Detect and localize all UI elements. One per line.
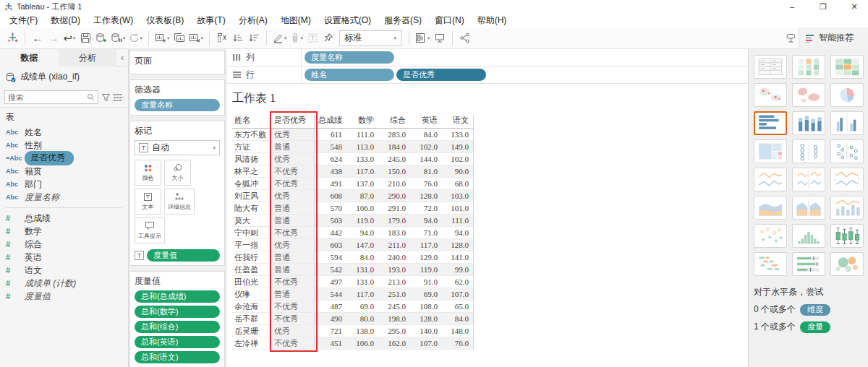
sort-ascending-icon[interactable] [230,30,246,47]
cell-english[interactable]: 128.0 [410,313,442,325]
cell-english[interactable]: 128.0 [410,190,442,202]
showme-text-table[interactable] [754,55,787,79]
showme-circle-views[interactable] [792,139,825,163]
cell-chinese[interactable]: 68.0 [442,178,474,190]
columns-shelf[interactable]: 列 度量名称 [226,49,748,66]
measure-field[interactable]: # 综合 [0,238,128,251]
cell-total-score[interactable]: 497 [315,276,346,288]
clear-sheet-icon[interactable]: ▾ [187,30,205,47]
swap-rows-columns-icon[interactable] [214,30,230,47]
cell-name[interactable]: 岳不群 [232,313,270,325]
cell-math[interactable]: 131.0 [346,276,378,288]
column-header[interactable]: 姓名 [232,115,270,129]
cell-comprehensive[interactable]: 290.0 [378,190,410,202]
cell-chinese[interactable]: 149.0 [442,141,474,153]
cell-chinese[interactable]: 101.0 [442,202,474,215]
measure-value-pill[interactable]: 总和(综合) [135,321,220,333]
mark-type-dropdown[interactable]: T 自动 ▾ [135,140,220,155]
cell-excellent-flag[interactable]: 不优秀 [270,165,315,178]
view-options-icon[interactable] [114,93,124,102]
save-icon[interactable] [77,30,93,47]
menu-item[interactable]: 分析(A) [232,13,274,27]
columns-shelf-pill[interactable]: 度量名称 [305,51,394,64]
cell-chinese[interactable]: 76.0 [442,337,474,350]
cell-total-score[interactable]: 624 [315,153,346,165]
filters-card[interactable]: 筛选器 度量名称 [129,79,225,116]
detail-button[interactable]: 详细信息 [164,189,195,215]
cell-excellent-flag[interactable]: 优秀 [270,239,315,251]
cell-chinese[interactable]: 133.0 [442,129,474,141]
menu-item[interactable]: 帮助(H) [471,13,514,27]
datasource-item[interactable]: 成绩单 (xiao_if) [0,66,128,87]
showme-heatmap[interactable] [792,55,825,79]
cell-math[interactable]: 133.0 [346,153,378,165]
cell-excellent-flag[interactable]: 普通 [270,141,315,153]
cell-english[interactable]: 81.0 [410,165,442,178]
cell-name[interactable]: 陆大有 [232,202,270,215]
showme-side-by-side-circles[interactable] [830,139,864,163]
undo-redo-icon[interactable]: ↩▾ [61,30,77,47]
pages-card[interactable]: 页面 [129,51,225,74]
text-label-icon[interactable] [305,30,320,47]
table-row[interactable]: 平一指 优秀 603 147.0 211.0 117.0 128.0 [232,239,475,251]
cell-comprehensive[interactable]: 251.0 [378,288,410,301]
showme-gantt[interactable] [754,252,787,276]
presentation-mode-icon[interactable] [432,30,448,47]
cell-total-score[interactable]: 594 [315,251,346,264]
cell-math[interactable]: 117.0 [346,288,378,301]
measure-field[interactable]: # 成绩单 (计数) [0,277,128,290]
showme-dual-combination[interactable] [830,196,864,220]
sort-descending-icon[interactable] [246,30,262,47]
cell-excellent-flag[interactable]: 普通 [270,215,315,227]
measure-field[interactable]: # 英语 [0,251,128,264]
showme-horizontal-bars[interactable] [754,111,787,135]
cell-comprehensive[interactable]: 291.0 [378,202,410,215]
menu-item[interactable]: 服务器(S) [378,13,428,27]
measure-value-pill[interactable]: 总和(语文) [135,351,220,363]
tableau-home-icon[interactable] [4,30,20,47]
cell-english[interactable]: 84.0 [410,129,442,141]
cell-math[interactable]: 106.0 [346,337,378,350]
cell-name[interactable]: 风清扬 [232,153,270,165]
cell-english[interactable]: 129.0 [410,251,442,264]
cell-name[interactable]: 岳灵珊 [232,325,270,337]
cell-name[interactable]: 田伯光 [232,276,270,288]
cell-comprehensive[interactable]: 184.0 [378,141,410,153]
close-button[interactable]: ✕ [841,0,868,13]
cell-english[interactable]: 94.0 [410,215,442,227]
cell-excellent-flag[interactable]: 普通 [270,264,315,276]
column-header[interactable]: 数学 [346,115,378,129]
cell-excellent-flag[interactable]: 不优秀 [270,337,315,350]
cell-chinese[interactable]: 103.0 [442,190,474,202]
cell-english[interactable]: 76.0 [410,178,442,190]
cell-total-score[interactable]: 608 [315,190,346,202]
cell-comprehensive[interactable]: 193.0 [378,264,410,276]
cell-name[interactable]: 仪琳 [232,288,270,301]
marks-measure-pill[interactable]: 度量值 [147,249,220,262]
cell-total-score[interactable]: 544 [315,288,346,301]
cell-total-score[interactable]: 442 [315,227,346,239]
tooltip-button[interactable]: 工具提示 [135,217,165,243]
cell-total-score[interactable]: 490 [315,313,346,325]
column-header[interactable]: 语文 [442,115,474,129]
cell-excellent-flag[interactable]: 普通 [270,202,315,215]
cell-comprehensive[interactable]: 240.0 [378,251,410,264]
cell-total-score[interactable]: 570 [315,202,346,215]
measure-field[interactable]: # 度量值 [0,290,128,303]
cell-total-score[interactable]: 721 [315,325,346,337]
showme-treemap[interactable] [754,139,787,163]
cell-math[interactable]: 106.0 [346,202,378,215]
pause-updates-icon[interactable]: ▾ [109,30,127,47]
cell-excellent-flag[interactable]: 不优秀 [270,276,315,288]
measure-value-pill[interactable]: 总和(数学) [135,306,220,318]
cell-excellent-flag[interactable]: 不优秀 [270,178,315,190]
cell-math[interactable]: 137.0 [346,178,378,190]
dimension-field[interactable]: Abc 性别 [0,139,128,152]
cell-name[interactable]: 林平之 [232,165,270,178]
cell-math[interactable]: 131.0 [346,264,378,276]
showme-symbol-map[interactable] [754,83,787,107]
cell-name[interactable]: 任盈盈 [232,264,270,276]
new-datasource-icon[interactable] [93,30,109,47]
measure-value-pill[interactable]: 总和(总成绩) [135,290,220,303]
cell-chinese[interactable]: 65.0 [442,301,474,313]
